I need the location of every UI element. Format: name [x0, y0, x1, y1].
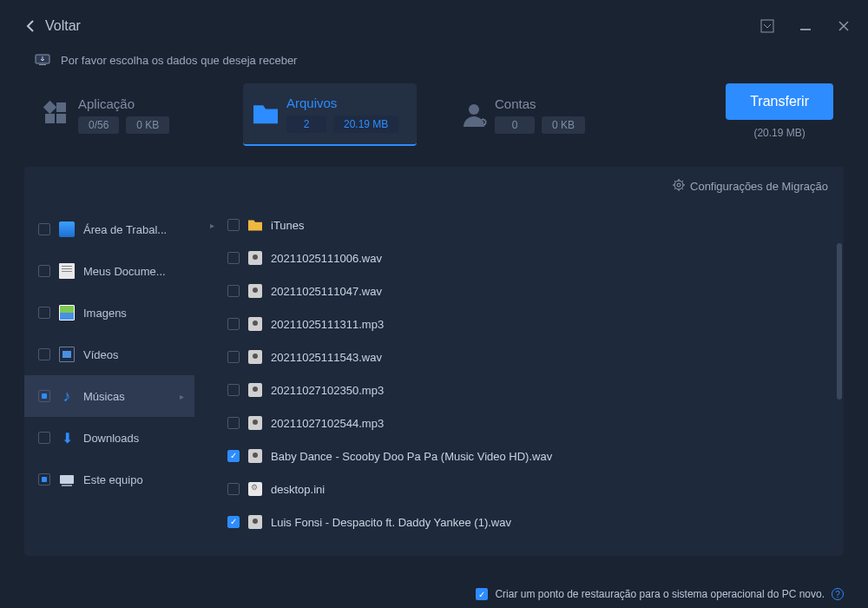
sidebar-item-label: Meus Docume...: [83, 265, 184, 278]
file-name: Luis Fonsi - Despacito ft. Daddy Yankee …: [271, 516, 511, 529]
download-icon: ⬇: [59, 430, 75, 446]
file-row[interactable]: ▸iTunes: [194, 208, 844, 241]
restore-point-checkbox[interactable]: [476, 588, 488, 600]
help-icon[interactable]: ?: [832, 588, 844, 600]
audio-icon: [248, 383, 262, 397]
sidebar-checkbox[interactable]: [38, 432, 50, 444]
sidebar-item-4[interactable]: ♪Músicas▸: [24, 375, 194, 417]
pc-icon: [59, 472, 75, 487]
audio-icon: [248, 449, 262, 463]
sidebar-checkbox[interactable]: [38, 223, 50, 235]
audio-icon: [248, 284, 262, 298]
file-name: desktop.ini: [271, 483, 325, 496]
sidebar-checkbox[interactable]: [38, 265, 50, 277]
tab-accounts[interactable]: ⚙ Contas 0 0 KB: [451, 83, 625, 146]
video-icon: [59, 347, 75, 362]
file-row[interactable]: ▸20211025111006.wav: [194, 241, 844, 274]
file-name: 20211027102544.mp3: [271, 417, 384, 430]
file-checkbox[interactable]: [227, 219, 240, 231]
back-label: Voltar: [45, 18, 81, 34]
file-list: ▸iTunes▸20211025111006.wav▸2021102511104…: [194, 205, 844, 556]
back-arrow-icon: [24, 19, 38, 33]
file-checkbox[interactable]: [227, 417, 240, 429]
sidebar-checkbox[interactable]: [38, 307, 50, 319]
file-name: 20211025111543.wav: [271, 351, 382, 364]
file-checkbox[interactable]: [227, 285, 240, 297]
sidebar-item-6[interactable]: Este equipo: [24, 459, 194, 500]
svg-rect-0: [761, 20, 773, 32]
file-row[interactable]: ▸20211025111311.mp3: [194, 307, 844, 340]
file-row[interactable]: ▸20211027102544.mp3: [194, 406, 844, 439]
sidebar-item-5[interactable]: ⬇Downloads: [24, 417, 194, 459]
transfer-area: Transferir (20.19 MB): [726, 83, 833, 139]
sidebar-item-3[interactable]: Vídeos: [24, 334, 194, 375]
folder-sidebar: Área de Trabal...Meus Docume...ImagensVí…: [24, 205, 194, 556]
file-checkbox[interactable]: [227, 252, 240, 264]
sidebar-checkbox[interactable]: [38, 473, 50, 486]
sidebar-item-label: Downloads: [83, 432, 184, 445]
audio-icon: [248, 317, 262, 331]
scrollbar-thumb[interactable]: [837, 243, 842, 400]
file-row[interactable]: ▸20211025111543.wav: [194, 340, 844, 373]
file-checkbox[interactable]: [227, 483, 240, 495]
minimize-button[interactable]: [797, 17, 814, 35]
tab-applications-title: Aplicação: [78, 96, 169, 111]
instruction-row: Por favor escolha os dados que deseja re…: [0, 52, 868, 83]
file-row[interactable]: ▸Baby Dance - Scooby Doo Pa Pa (Music Vi…: [194, 439, 844, 473]
sidebar-item-label: Área de Trabal...: [83, 223, 184, 236]
audio-icon: [248, 350, 262, 364]
desktop-icon: [59, 221, 75, 237]
tab-applications[interactable]: Aplicação 0/56 0 KB: [35, 83, 208, 146]
back-button[interactable]: Voltar: [24, 18, 81, 34]
file-checkbox[interactable]: [227, 516, 240, 528]
folder-icon: [253, 102, 278, 126]
transfer-size: (20.19 MB): [753, 127, 805, 139]
sidebar-item-1[interactable]: Meus Docume...: [24, 250, 194, 292]
file-name: 20211027102350.mp3: [271, 384, 384, 397]
file-row[interactable]: ▸desktop.ini: [194, 473, 844, 506]
sidebar-checkbox[interactable]: [38, 348, 50, 360]
tab-accounts-title: Contas: [495, 96, 585, 111]
panel-toolbar: Configurações de Migração: [24, 167, 844, 205]
file-checkbox[interactable]: [227, 318, 240, 330]
tab-files-size: 20.19 MB: [333, 116, 398, 133]
music-icon: ♪: [59, 388, 75, 404]
chevron-right-icon: ▸: [180, 392, 184, 401]
svg-point-5: [677, 183, 681, 187]
file-row[interactable]: ▸Luis Fonsi - Despacito ft. Daddy Yankee…: [194, 506, 844, 539]
file-name: 20211025111311.mp3: [271, 318, 384, 331]
apps-icon: [45, 102, 69, 127]
migration-settings-link[interactable]: Configurações de Migração: [673, 179, 828, 194]
ini-icon: [248, 482, 262, 496]
folder-icon: [248, 218, 262, 232]
file-row[interactable]: ▸20211025111047.wav: [194, 274, 844, 307]
sidebar-item-label: Este equipo: [83, 473, 184, 486]
file-checkbox[interactable]: [227, 450, 240, 462]
user-icon: ⚙: [462, 102, 486, 127]
sidebar-item-2[interactable]: Imagens: [24, 292, 194, 334]
sidebar-item-label: Músicas: [83, 390, 171, 403]
file-checkbox[interactable]: [227, 384, 240, 396]
monitor-download-icon: [35, 52, 50, 68]
category-tabs: Aplicação 0/56 0 KB Arquivos 2 20.19 MB …: [0, 83, 868, 146]
sidebar-checkbox[interactable]: [38, 390, 50, 402]
transfer-button[interactable]: Transferir: [726, 83, 833, 120]
audio-icon: [248, 416, 262, 430]
sidebar-item-0[interactable]: Área de Trabal...: [24, 208, 194, 250]
title-bar: Voltar: [0, 0, 868, 52]
img-icon: [59, 305, 75, 321]
file-row[interactable]: ▸20211027102350.mp3: [194, 373, 844, 406]
file-name: 20211025111047.wav: [271, 285, 382, 298]
file-checkbox[interactable]: [227, 351, 240, 363]
migration-settings-label: Configurações de Migração: [690, 180, 828, 193]
dropdown-window-button[interactable]: [759, 17, 776, 35]
tab-files[interactable]: Arquivos 2 20.19 MB: [243, 83, 417, 146]
close-button[interactable]: [835, 17, 852, 35]
tab-applications-size: 0 KB: [126, 116, 169, 134]
file-name: 20211025111006.wav: [271, 252, 382, 265]
main-panel: Configurações de Migração Área de Trabal…: [24, 167, 844, 556]
expand-icon[interactable]: ▸: [210, 221, 219, 230]
footer-bar: Criar um ponto de restauração para o sis…: [0, 580, 868, 608]
file-name: Baby Dance - Scooby Doo Pa Pa (Music Vid…: [271, 450, 552, 463]
sidebar-item-label: Vídeos: [83, 348, 184, 361]
